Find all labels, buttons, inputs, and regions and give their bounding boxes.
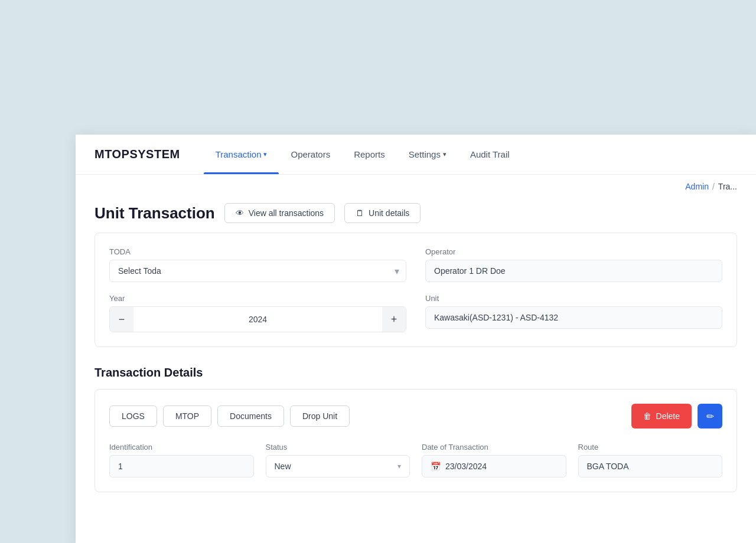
chevron-down-icon: ▾ — [443, 151, 447, 158]
action-bar: LOGS MTOP Documents Drop Unit 🗑 Delete ✏ — [109, 404, 722, 428]
operator-input[interactable] — [425, 260, 722, 282]
status-field: Status New ▾ — [266, 443, 410, 477]
brand-logo: MTOPSYSTEM — [94, 148, 180, 161]
navbar: MTOPSYSTEM Transaction ▾ Operators Repor… — [76, 135, 756, 175]
page-header: Unit Transaction 👁 View all transactions… — [76, 191, 756, 233]
status-label: Status — [266, 443, 410, 452]
chevron-down-icon: ▾ — [263, 151, 267, 158]
route-value: BGA TODA — [578, 455, 723, 477]
breadcrumb-admin-link[interactable]: Admin — [685, 182, 709, 191]
drop-unit-button[interactable]: Drop Unit — [290, 405, 350, 427]
filter-grid: TODA Select Toda Operator Year − + — [109, 247, 722, 332]
edit-button[interactable]: ✏ — [698, 404, 722, 428]
date-value: 📅 23/03/2024 — [422, 455, 566, 477]
identification-label: Identification — [109, 443, 254, 452]
filter-card: TODA Select Toda Operator Year − + — [94, 233, 737, 347]
year-input[interactable] — [133, 309, 382, 330]
bottom-fields: Identification 1 Status New ▾ Date of Tr… — [109, 443, 722, 477]
status-select[interactable]: New ▾ — [266, 455, 410, 477]
route-field: Route BGA TODA — [578, 443, 723, 477]
identification-field: Identification 1 — [109, 443, 254, 477]
nav-item-audit-trail[interactable]: Audit Trail — [458, 135, 522, 174]
breadcrumb: Admin / Tra... — [76, 175, 756, 191]
chevron-down-icon: ▾ — [397, 462, 401, 470]
breadcrumb-separator: / — [712, 182, 715, 191]
nav-item-settings[interactable]: Settings ▾ — [397, 135, 458, 174]
eye-icon: 👁 — [236, 208, 244, 218]
route-label: Route — [578, 443, 723, 452]
calendar-icon: 📅 — [431, 462, 441, 471]
logs-button[interactable]: LOGS — [109, 405, 157, 427]
year-increment-button[interactable]: + — [382, 307, 406, 332]
documents-button[interactable]: Documents — [217, 405, 284, 427]
year-label: Year — [109, 294, 406, 303]
details-card: LOGS MTOP Documents Drop Unit 🗑 Delete ✏… — [94, 389, 737, 492]
toda-select-wrapper: Select Toda — [109, 260, 406, 282]
delete-button[interactable]: 🗑 Delete — [631, 404, 692, 428]
year-field: Year − + — [109, 294, 406, 332]
trash-icon: 🗑 — [643, 411, 651, 421]
mtop-button[interactable]: MTOP — [163, 405, 211, 427]
nav-item-reports[interactable]: Reports — [342, 135, 397, 174]
unit-details-button[interactable]: 🗒 Unit details — [344, 203, 421, 223]
transaction-details-title: Transaction Details — [76, 361, 756, 389]
toda-field: TODA Select Toda — [109, 247, 406, 282]
nav-items: Transaction ▾ Operators Reports Settings… — [204, 135, 522, 174]
nav-item-operators[interactable]: Operators — [279, 135, 342, 174]
toda-label: TODA — [109, 247, 406, 256]
page-title: Unit Transaction — [94, 204, 215, 223]
brand-suffix: SYSTEM — [129, 148, 180, 161]
year-stepper: − + — [109, 306, 406, 332]
unit-label: Unit — [425, 294, 722, 303]
edit-icon: ✏ — [706, 411, 714, 422]
operator-label: Operator — [425, 247, 722, 256]
table-icon: 🗒 — [356, 208, 364, 218]
unit-input[interactable] — [425, 306, 722, 329]
operator-field: Operator — [425, 247, 722, 282]
breadcrumb-current: Tra... — [718, 182, 737, 191]
identification-value: 1 — [109, 455, 254, 477]
brand-prefix: MTOP — [94, 148, 129, 161]
unit-field: Unit — [425, 294, 722, 332]
date-label: Date of Transaction — [422, 443, 566, 452]
action-bar-right: 🗑 Delete ✏ — [631, 404, 722, 428]
view-all-transactions-button[interactable]: 👁 View all transactions — [224, 203, 335, 223]
nav-item-transaction[interactable]: Transaction ▾ — [204, 135, 279, 174]
year-decrement-button[interactable]: − — [110, 307, 133, 332]
toda-select[interactable]: Select Toda — [109, 260, 406, 282]
date-field: Date of Transaction 📅 23/03/2024 — [422, 443, 566, 477]
